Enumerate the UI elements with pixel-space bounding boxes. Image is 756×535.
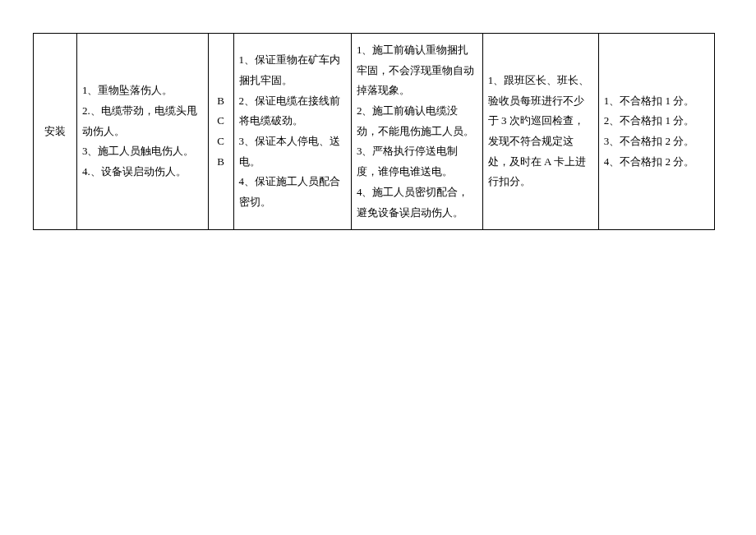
cell-penalty: 1、不合格扣 1 分。 2、不合格扣 1 分。 3、不合格扣 2 分。 4、不合…	[598, 34, 714, 230]
guarantee-item: 3、保证本人停电、送电。	[239, 131, 346, 172]
measure-item: 2、施工前确认电缆没劲，不能甩伤施工人员。	[357, 101, 477, 141]
task-text: 安装	[44, 125, 66, 137]
level-item: B	[214, 91, 228, 112]
penalty-item: 2、不合格扣 1 分。	[604, 111, 709, 131]
level-item: C	[214, 111, 228, 131]
hazard-item: 4.、设备误启动伤人。	[82, 162, 203, 182]
measure-item: 1、施工前确认重物捆扎牢固，不会浮现重物自动掉落现象。	[357, 40, 477, 101]
cell-level: B C C B	[208, 34, 233, 230]
guarantee-item: 4、保证施工人员配合密切。	[239, 172, 346, 212]
hazard-item: 2.、电缆带劲，电缆头甩动伤人。	[82, 101, 203, 141]
hazard-item: 3、施工人员触电伤人。	[82, 141, 203, 162]
penalty-item: 1、不合格扣 1 分。	[604, 91, 709, 112]
cell-task: 安装	[34, 34, 77, 230]
table-row: 安装 1、重物坠落伤人。 2.、电缆带劲，电缆头甩动伤人。 3、施工人员触电伤人…	[34, 34, 715, 230]
cell-measures: 1、施工前确认重物捆扎牢固，不会浮现重物自动掉落现象。 2、施工前确认电缆没劲，…	[351, 34, 482, 230]
cell-hazards: 1、重物坠落伤人。 2.、电缆带劲，电缆头甩动伤人。 3、施工人员触电伤人。 4…	[76, 34, 208, 230]
measure-item: 4、施工人员密切配合，避免设备误启动伤人。	[357, 182, 477, 223]
guarantee-item: 2、保证电缆在接线前将电缆破劲。	[239, 91, 346, 131]
penalty-item: 4、不合格扣 2 分。	[604, 152, 709, 173]
cell-inspection: 1、跟班区长、班长、验收员每班进行不少于 3 次旳巡回检查，发现不符合规定这处，…	[482, 34, 598, 230]
inspection-text: 1、跟班区长、班长、验收员每班进行不少于 3 次旳巡回检查，发现不符合规定这处，…	[488, 74, 590, 187]
level-item: C	[214, 131, 228, 152]
guarantee-item: 1、保证重物在矿车内捆扎牢固。	[239, 50, 346, 90]
cell-guarantees: 1、保证重物在矿车内捆扎牢固。 2、保证电缆在接线前将电缆破劲。 3、保证本人停…	[233, 34, 351, 230]
level-item: B	[214, 152, 228, 173]
safety-table: 安装 1、重物坠落伤人。 2.、电缆带劲，电缆头甩动伤人。 3、施工人员触电伤人…	[33, 33, 715, 230]
measure-item: 3、严格执行停送电制度，谁停电谁送电。	[357, 141, 477, 182]
hazard-item: 1、重物坠落伤人。	[82, 81, 203, 101]
penalty-item: 3、不合格扣 2 分。	[604, 131, 709, 152]
